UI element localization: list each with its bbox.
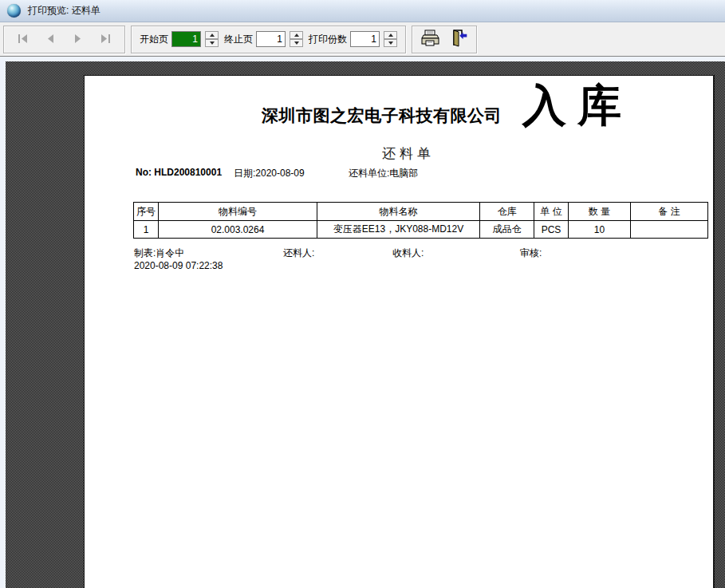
exit-door-icon xyxy=(449,30,468,49)
cell-remarks xyxy=(631,221,708,239)
cell-quantity: 10 xyxy=(569,221,631,239)
exit-button[interactable] xyxy=(446,27,471,51)
header-material-name: 物料名称 xyxy=(317,203,480,221)
footer-receiver: 收料人: xyxy=(392,247,424,260)
last-page-button[interactable] xyxy=(94,28,118,50)
preview-panel: 深圳市图之宏电子科技有限公司 入库 还料单 No: HLD200810001 日… xyxy=(0,57,725,588)
end-page-spinner xyxy=(290,31,303,47)
copies-down-button[interactable] xyxy=(384,39,397,47)
next-page-icon xyxy=(74,34,81,45)
start-page-input[interactable] xyxy=(171,31,201,47)
warehouse-entry-stamp: 入库 xyxy=(522,82,632,131)
start-page-spinner xyxy=(205,31,219,47)
header-remarks: 备 注 xyxy=(631,203,708,221)
nav-button-group xyxy=(3,26,125,53)
form-title: 还料单 xyxy=(382,144,435,163)
document-page: 深圳市图之宏电子科技有限公司 入库 还料单 No: HLD200810001 日… xyxy=(84,75,715,588)
document-date: 日期:2020-08-09 xyxy=(234,167,305,180)
copies-spinner xyxy=(384,31,397,47)
previous-page-icon xyxy=(47,34,54,45)
cell-material-name: 变压器EE13，JKY088-MD12V xyxy=(317,221,480,239)
header-seq: 序号 xyxy=(134,203,159,221)
copies-label: 打印份数 xyxy=(309,33,347,46)
start-page-field: 开始页 xyxy=(140,31,219,47)
end-page-input[interactable] xyxy=(256,31,286,47)
copies-input[interactable] xyxy=(350,31,380,47)
action-button-group xyxy=(412,26,477,53)
table-row: 1 02.003.0264 变压器EE13，JKY088-MD12V 成品仓 P… xyxy=(134,221,708,239)
copies-field: 打印份数 xyxy=(309,31,397,47)
document-number: No: HLD200810001 xyxy=(136,167,222,178)
return-unit: 还料单位:电脑部 xyxy=(349,167,418,180)
first-page-button[interactable] xyxy=(10,28,34,50)
next-page-button[interactable] xyxy=(66,28,90,50)
end-page-down-button[interactable] xyxy=(290,39,303,47)
page-settings-group: 开始页 终止页 打印份数 xyxy=(131,26,406,53)
last-page-icon xyxy=(100,34,111,45)
window-title: 打印预览: 还料单 xyxy=(28,4,100,18)
copies-up-button[interactable] xyxy=(384,31,397,39)
start-page-down-button[interactable] xyxy=(205,39,219,47)
header-material-code: 物料编号 xyxy=(159,203,317,221)
print-button[interactable] xyxy=(417,27,443,51)
footer-auditor: 审核: xyxy=(520,247,542,260)
toolbar: 开始页 终止页 打印份数 xyxy=(0,22,725,57)
first-page-icon xyxy=(18,34,28,45)
footer-returner: 还料人: xyxy=(283,247,314,260)
print-preview-window: 打印预览: 还料单 xyxy=(0,0,725,588)
printer-icon xyxy=(420,29,440,50)
preview-background: 深圳市图之宏电子科技有限公司 入库 还料单 No: HLD200810001 日… xyxy=(6,61,725,588)
header-quantity: 数 量 xyxy=(569,203,631,221)
header-warehouse: 仓库 xyxy=(480,203,534,221)
previous-page-button[interactable] xyxy=(38,28,62,50)
start-page-label: 开始页 xyxy=(140,33,168,46)
end-page-up-button[interactable] xyxy=(290,31,303,39)
cell-unit: PCS xyxy=(534,221,569,239)
globe-icon xyxy=(7,4,21,18)
materials-table: 序号 物料编号 物料名称 仓库 单 位 数 量 备 注 1 02.003.026… xyxy=(133,202,708,239)
cell-warehouse: 成品仓 xyxy=(480,221,534,239)
end-page-label: 终止页 xyxy=(224,33,253,46)
title-bar: 打印预览: 还料单 xyxy=(0,0,725,22)
start-page-up-button[interactable] xyxy=(205,31,219,39)
end-page-field: 终止页 xyxy=(224,31,303,47)
company-name: 深圳市图之宏电子科技有限公司 xyxy=(262,105,502,127)
table-header-row: 序号 物料编号 物料名称 仓库 单 位 数 量 备 注 xyxy=(134,203,708,221)
footer-timestamp: 2020-08-09 07:22:38 xyxy=(134,260,223,271)
cell-seq: 1 xyxy=(134,221,159,239)
header-unit: 单 位 xyxy=(534,203,569,221)
footer-preparer: 制表:肖令中 xyxy=(134,247,184,260)
cell-material-code: 02.003.0264 xyxy=(159,221,317,239)
